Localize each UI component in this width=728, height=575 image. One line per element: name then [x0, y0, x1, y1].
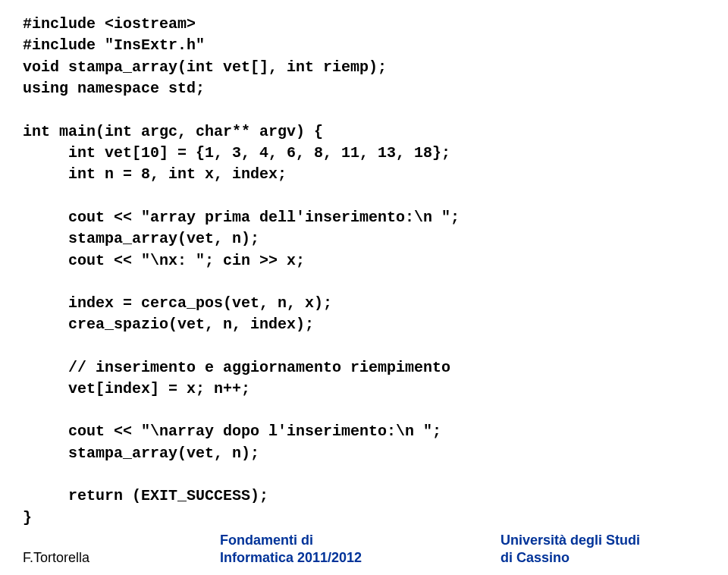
- code-line: crea_spazio(vet, n, index);: [23, 314, 705, 335]
- code-line: cout << "\nx: "; cin >> x;: [23, 250, 705, 272]
- code-line: }: [23, 507, 705, 529]
- code-line: #include <iostream>: [23, 14, 705, 35]
- code-line: cout << "array prima dell'inserimento:\n…: [23, 207, 705, 228]
- code-line: stampa_array(vet, n);: [23, 228, 705, 250]
- code-line: int vet[10] = {1, 3, 4, 6, 8, 11, 13, 18…: [23, 143, 705, 164]
- code-line: vet[index] = x; n++;: [23, 379, 705, 400]
- code-line: int n = 8, int x, index;: [23, 164, 705, 185]
- footer-right-line1: Università degli Studi: [500, 532, 640, 549]
- footer-right: Università degli Studi di Cassino: [500, 532, 640, 566]
- code-line: using namespace std;: [23, 78, 705, 99]
- code-line: // inserimento e aggiornamento riempimen…: [23, 357, 705, 379]
- code-line: #include "InsExtr.h": [23, 35, 705, 56]
- code-line: int main(int argc, char** argv) {: [23, 121, 705, 143]
- code-line: index = cerca_pos(vet, n, x);: [23, 293, 705, 314]
- code-block: #include <iostream> #include "InsExtr.h"…: [0, 0, 728, 529]
- footer-center: Fondamenti di Informatica 2011/2012: [220, 532, 362, 566]
- footer-center-line1: Fondamenti di: [220, 532, 362, 549]
- footer-center-line2: Informatica 2011/2012: [220, 549, 362, 567]
- code-line: return (EXIT_SUCCESS);: [23, 485, 705, 507]
- code-line: void stampa_array(int vet[], int riemp);: [23, 57, 705, 78]
- code-line: stampa_array(vet, n);: [23, 443, 705, 464]
- footer-right-line2: di Cassino: [500, 549, 640, 567]
- footer-author: F.Tortorella: [23, 550, 89, 566]
- code-line: cout << "\narray dopo l'inserimento:\n "…: [23, 421, 705, 442]
